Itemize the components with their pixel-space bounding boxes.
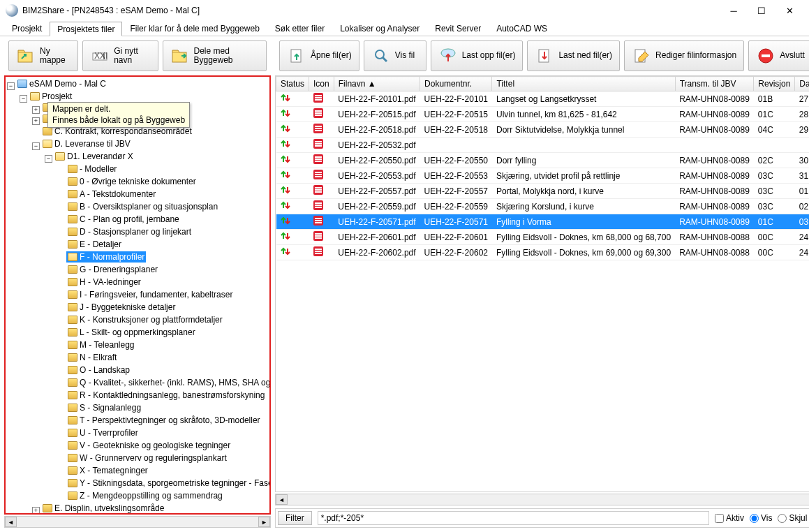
scroll-left-icon[interactable]: ◄ xyxy=(5,517,17,527)
expander-icon[interactable] xyxy=(57,367,65,374)
table-row[interactable]: UEH-22-F-20601.pdf UEH-22-F-20601 Fyllin… xyxy=(276,230,810,245)
expander-icon[interactable] xyxy=(57,316,65,324)
expander-icon[interactable] xyxy=(57,492,65,500)
folder-tree[interactable]: Mappen er delt. Finnes både lokalt og på… xyxy=(4,75,271,515)
menu-item-4[interactable]: Lokaliser og Analyser xyxy=(332,21,427,36)
file-table[interactable]: StatusIconFilnavn ▲Dokumentnr.TittelTran… xyxy=(275,75,809,492)
expander-icon[interactable] xyxy=(57,279,65,286)
expander-icon[interactable] xyxy=(57,191,65,198)
tree-node[interactable]: N - Elkraft xyxy=(66,352,118,363)
minimize-button[interactable]: ─ xyxy=(720,1,748,20)
expander-icon[interactable]: − xyxy=(45,155,52,163)
table-header[interactable]: Dato xyxy=(795,77,809,91)
filter-label[interactable]: Filter xyxy=(278,511,312,525)
expander-icon[interactable] xyxy=(57,354,65,362)
table-row[interactable]: UEH-22-F-20553.pdf UEH-22-F-20553 Skjæri… xyxy=(276,168,810,184)
close-button[interactable]: ✕ xyxy=(775,1,803,20)
view-file-button[interactable]: Vis fil xyxy=(364,40,426,71)
menu-item-2[interactable]: Filer klar for å dele med Byggeweb xyxy=(122,21,267,36)
tree-node[interactable]: B - Oversiktsplaner og situasjonsplan xyxy=(66,201,219,212)
download-button[interactable]: Last ned fil(er) xyxy=(527,40,620,71)
expander-icon[interactable] xyxy=(57,442,65,450)
expander-icon[interactable] xyxy=(57,417,65,424)
tree-node[interactable]: 0 - Øvrige tekniske dokumenter xyxy=(66,176,198,187)
menu-item-6[interactable]: AutoCAD WS xyxy=(489,21,555,36)
expander-icon[interactable] xyxy=(57,341,65,349)
table-row[interactable]: UEH-22-F-20101.pdf UEH-22-F-20101 Langse… xyxy=(276,91,810,107)
tree-node[interactable]: Z - Mengdeoppstilling og sammendrag xyxy=(66,490,224,501)
tree-node[interactable]: C - Plan og profil, jernbane xyxy=(66,214,181,225)
filter-input[interactable] xyxy=(318,511,709,525)
tree-node[interactable]: M - Teleanlegg xyxy=(66,339,136,350)
tree-node[interactable]: W - Grunnerverv og reguleringsplankart xyxy=(66,452,228,464)
expander-icon[interactable]: + xyxy=(32,106,40,114)
expander-icon[interactable] xyxy=(57,228,65,236)
tree-node[interactable]: A - Tekstdokumenter xyxy=(66,189,157,200)
filter-vis-radio[interactable]: Vis xyxy=(750,513,772,523)
expander-icon[interactable]: − xyxy=(7,82,15,90)
menu-item-5[interactable]: Revit Server xyxy=(427,21,489,36)
table-row[interactable]: UEH-22-F-20515.pdf UEH-22-F-20515 Ulvin … xyxy=(276,107,810,122)
table-header[interactable]: Tittel xyxy=(492,77,675,91)
expander-icon[interactable]: + xyxy=(32,117,40,125)
expander-icon[interactable] xyxy=(57,467,65,475)
tree-node[interactable]: Q - Kvalitet-, sikkerhet- (inkl. RAMS), … xyxy=(66,377,271,388)
table-row[interactable]: UEH-22-F-20518.pdf UEH-22-F-20518 Dorr S… xyxy=(276,122,810,138)
expander-icon[interactable] xyxy=(57,379,65,387)
expander-icon[interactable] xyxy=(57,203,65,211)
tree-node[interactable]: H - VA-ledninger xyxy=(66,276,142,288)
expander-icon[interactable] xyxy=(57,429,65,437)
tree-node[interactable]: R - Kontaktledningsanlegg, banestrømsfor… xyxy=(66,390,266,401)
tree-node[interactable]: X - Temategninger xyxy=(66,465,149,476)
tree-node[interactable]: J - Byggetekniske detaljer xyxy=(66,302,177,313)
tree-hscroll[interactable]: ◄ ► xyxy=(4,516,271,528)
tree-node[interactable]: I - Føringsveier, fundamenter, kabeltras… xyxy=(66,289,234,300)
edit-info-button[interactable]: Rediger filinformasjon xyxy=(624,40,744,71)
exit-button[interactable]: Avslutt xyxy=(748,40,809,71)
table-header[interactable]: Filnavn ▲ xyxy=(334,77,420,91)
expander-icon[interactable]: − xyxy=(32,142,40,150)
table-header[interactable]: Revisjon xyxy=(754,77,795,91)
tree-node[interactable]: D1. Leverandør X xyxy=(54,151,135,162)
expander-icon[interactable] xyxy=(57,291,65,299)
table-row[interactable]: UEH-22-F-20559.pdf UEH-22-F-20559 Skjæri… xyxy=(276,199,810,214)
expander-icon[interactable] xyxy=(57,304,65,311)
table-header[interactable]: Transm. til JBV xyxy=(675,77,754,91)
tree-node[interactable]: O - Landskap xyxy=(66,364,131,376)
table-row[interactable]: UEH-22-F-20550.pdf UEH-22-F-20550 Dorr f… xyxy=(276,153,810,168)
rename-button[interactable]: XXI Gi nytt navn xyxy=(82,40,158,71)
scroll-right-icon[interactable]: ► xyxy=(258,517,270,527)
table-hscroll[interactable]: ◄ ► xyxy=(275,494,809,505)
expander-icon[interactable] xyxy=(57,216,65,223)
expander-icon[interactable] xyxy=(57,178,65,186)
maximize-button[interactable]: ☐ xyxy=(748,1,775,20)
tree-node[interactable]: F - Normalprofiler xyxy=(66,251,146,263)
table-row[interactable]: UEH-22-F-20571.pdf UEH-22-F-20571 Fyllin… xyxy=(276,214,810,230)
scroll-left-icon[interactable]: ◄ xyxy=(276,494,288,505)
tree-node[interactable]: E. Displin, utvekslingsområde xyxy=(41,503,165,514)
expander-icon[interactable] xyxy=(57,480,65,487)
menu-item-0[interactable]: Prosjekt xyxy=(4,21,50,36)
tree-node[interactable]: K - Konstruksjoner og plattformdetaljer xyxy=(66,314,224,325)
expander-icon[interactable] xyxy=(57,329,65,337)
expander-icon[interactable] xyxy=(57,253,65,261)
table-header[interactable]: Status xyxy=(276,77,309,91)
tree-node[interactable]: Y - Stikningsdata, sporgeometriske tegni… xyxy=(66,478,271,489)
expander-icon[interactable] xyxy=(57,392,65,399)
tree-node[interactable]: eSAM Demo - Mal C xyxy=(16,78,107,89)
table-row[interactable]: UEH-22-F-20557.pdf UEH-22-F-20557 Portal… xyxy=(276,184,810,199)
tree-node[interactable]: U - Tverrprofiler xyxy=(66,427,140,438)
table-row[interactable]: UEH-22-F-20602.pdf UEH-22-F-20602 Fyllin… xyxy=(276,245,810,260)
upload-button[interactable]: Last opp fil(er) xyxy=(431,40,524,71)
tree-node[interactable]: D - Stasjonsplaner og linjekart xyxy=(66,226,193,237)
new-folder-button[interactable]: Ny mappe xyxy=(8,40,78,71)
table-header[interactable]: Dokumentnr. xyxy=(420,77,492,91)
menu-item-1[interactable]: Prosjektets filer xyxy=(50,22,122,36)
tree-node[interactable]: Prosjekt xyxy=(29,91,73,102)
tree-node[interactable]: G - Dreneringsplaner xyxy=(66,264,159,275)
expander-icon[interactable]: − xyxy=(20,95,27,103)
expander-icon[interactable] xyxy=(57,165,65,173)
open-file-button[interactable]: Åpne fil(er) xyxy=(279,40,359,71)
filter-aktiv-checkbox[interactable]: Aktiv xyxy=(715,513,744,523)
expander-icon[interactable] xyxy=(57,455,65,462)
